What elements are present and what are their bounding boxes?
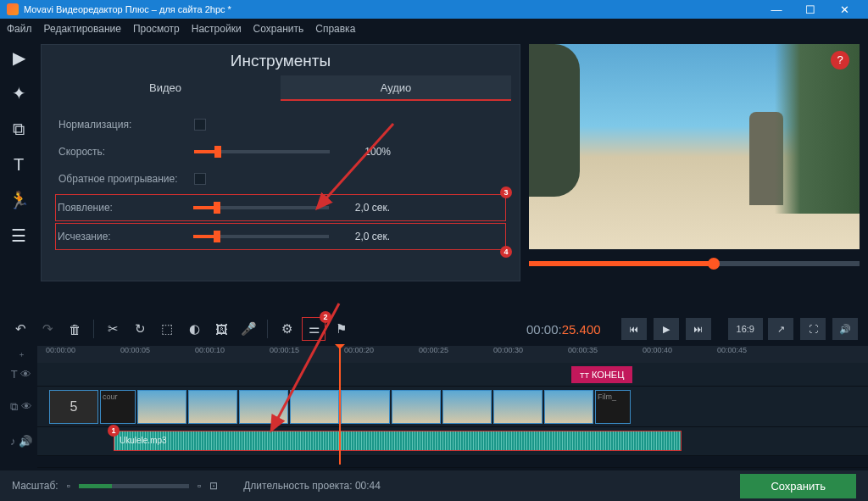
minimize-button[interactable]: — (760, 3, 793, 16)
scroll-track[interactable] (37, 456, 868, 468)
badge-3: 3 (500, 186, 512, 198)
toolbar: ↶ ↷ 🗑 ✂ ↻ ⬚ ◐ 🖼 🎤 ⚙ ⚌2 ⚑ 00:00:25.400 ⏮ … (0, 312, 868, 346)
clip-9[interactable] (493, 390, 542, 424)
zoom-in-icon[interactable]: ▫ (198, 480, 201, 492)
mic-button[interactable]: 🎤 (236, 317, 260, 341)
seek-bar[interactable] (529, 261, 860, 266)
titles-icon[interactable]: T (5, 151, 32, 178)
clip-3[interactable] (188, 390, 237, 424)
duration-label: Длительность проекта: 00:44 (243, 480, 381, 492)
tab-audio[interactable]: Аудио (281, 75, 511, 101)
panel-title: Инструменты (42, 45, 520, 75)
menu-file[interactable]: Файл (7, 23, 32, 35)
zoom-label: Масштаб: (12, 480, 58, 492)
fadeout-value: 2,0 сек. (339, 231, 390, 242)
aspect-ratio[interactable]: 16:9 (728, 318, 763, 340)
audio-clip-name: Ukulele.mp3 (120, 436, 167, 445)
clip-4[interactable] (239, 390, 288, 424)
app-logo-icon (7, 3, 19, 15)
next-button[interactable]: ⏭ (686, 318, 711, 340)
title-track[interactable]: T 👁 TT КОНЕЦ (37, 363, 868, 387)
fit-icon[interactable]: ⊡ (209, 480, 218, 492)
transitions-icon[interactable]: ⧉ (5, 115, 32, 142)
normalize-checkbox[interactable] (194, 119, 206, 131)
media-icon[interactable]: ▶ (5, 44, 32, 71)
zoom-slider[interactable] (79, 484, 189, 488)
play-button[interactable]: ▶ (654, 318, 679, 340)
speed-label: Скорость: (58, 146, 194, 158)
badge-1: 1 (108, 425, 120, 437)
badge-2: 2 (320, 311, 331, 323)
tab-video[interactable]: Видео (50, 75, 281, 101)
volume-button[interactable]: 🔊 (832, 318, 858, 340)
clip-7[interactable] (392, 390, 441, 424)
clip-1[interactable]: cour (100, 390, 136, 424)
timeline: 00:00:00 00:00:05 00:00:10 00:00:15 00:0… (0, 346, 868, 468)
title-track-icon: T 👁 (8, 363, 34, 386)
add-track-icon[interactable]: ＋ (8, 346, 34, 363)
audio-track[interactable]: ♪ 🔊 Ukulele.mp3 1 (37, 427, 868, 456)
cut-button[interactable]: ✂ (101, 317, 125, 341)
speed-value: 100% (340, 146, 391, 158)
sidebar: ▶ ✦ ⧉ T 🏃 ☰ (0, 39, 37, 310)
preview-video (529, 44, 860, 249)
rotate-button[interactable]: ↻ (128, 317, 152, 341)
reverse-label: Обратное проигрывание: (58, 173, 194, 185)
clip-10[interactable] (544, 390, 593, 424)
flag-button[interactable]: ⚑ (329, 317, 353, 341)
speed-slider[interactable] (194, 150, 330, 153)
menu-help[interactable]: Справка (315, 23, 355, 35)
popout-button[interactable]: ↗ (768, 318, 793, 340)
maximize-button[interactable]: ☐ (793, 3, 827, 16)
menubar: Файл Редактирование Просмотр Настройки С… (0, 19, 868, 39)
titlebar: Movavi Видеоредактор Плюс – для сайта 2h… (0, 0, 868, 19)
tools-button[interactable]: ⚌2 (302, 317, 326, 341)
time-ruler[interactable]: 00:00:00 00:00:05 00:00:10 00:00:15 00:0… (37, 346, 868, 363)
end-tag[interactable]: TT КОНЕЦ (571, 366, 632, 383)
video-track-icon: ⧉ 👁 (8, 387, 34, 426)
audio-clip[interactable]: Ukulele.mp3 1 (114, 431, 682, 451)
filters-icon[interactable]: ✦ (5, 80, 32, 107)
close-button[interactable]: ✕ (827, 3, 861, 16)
menu-view[interactable]: Просмотр (133, 23, 180, 35)
more-icon[interactable]: ☰ (5, 222, 32, 249)
fadein-slider[interactable] (193, 206, 329, 209)
menu-save[interactable]: Сохранить (253, 23, 304, 35)
clip-11[interactable]: Film_ (595, 390, 631, 424)
clip-2[interactable] (137, 390, 186, 424)
prev-button[interactable]: ⏮ (621, 318, 647, 340)
reverse-checkbox[interactable] (194, 173, 206, 185)
tools-panel: Инструменты Видео Аудио Нормализация: Ск… (41, 44, 520, 281)
normalize-label: Нормализация: (58, 119, 194, 131)
playhead[interactable] (339, 346, 341, 465)
image-button[interactable]: 🖼 (209, 317, 233, 341)
window-title: Movavi Видеоредактор Плюс – для сайта 2h… (24, 4, 760, 14)
undo-button[interactable]: ↶ (8, 317, 32, 341)
zoom-out-icon[interactable]: ▫ (67, 480, 70, 492)
menu-edit[interactable]: Редактирование (44, 23, 121, 35)
timecode: 00:00:25.400 (526, 322, 601, 337)
footer: Масштаб: ▫ ▫ ⊡ Длительность проекта: 00:… (0, 470, 868, 501)
fullscreen-button[interactable]: ⛶ (800, 318, 826, 340)
stickers-icon[interactable]: 🏃 (5, 186, 32, 214)
redo-button[interactable]: ↷ (36, 317, 59, 341)
fadeout-slider[interactable] (193, 235, 329, 238)
fadein-value: 2,0 сек. (339, 202, 390, 214)
clip-5[interactable] (290, 390, 339, 424)
clip-0[interactable]: 5 (49, 390, 98, 424)
audio-track-icon: ♪ 🔊 (8, 427, 34, 455)
save-button[interactable]: Сохранить (740, 474, 856, 498)
menu-settings[interactable]: Настройки (192, 23, 242, 35)
clip-6[interactable] (341, 390, 390, 424)
fadein-label: Появление: (58, 202, 193, 214)
crop-button[interactable]: ⬚ (155, 317, 179, 341)
clip-8[interactable] (442, 390, 492, 424)
settings-button[interactable]: ⚙ (275, 317, 298, 341)
badge-4: 4 (500, 246, 512, 258)
color-button[interactable]: ◐ (182, 317, 206, 341)
video-track[interactable]: ⧉ 👁 5 cour Film_ (37, 387, 868, 427)
fadeout-label: Исчезание: (58, 231, 193, 242)
help-button[interactable]: ? (831, 51, 849, 70)
delete-button[interactable]: 🗑 (63, 317, 86, 341)
